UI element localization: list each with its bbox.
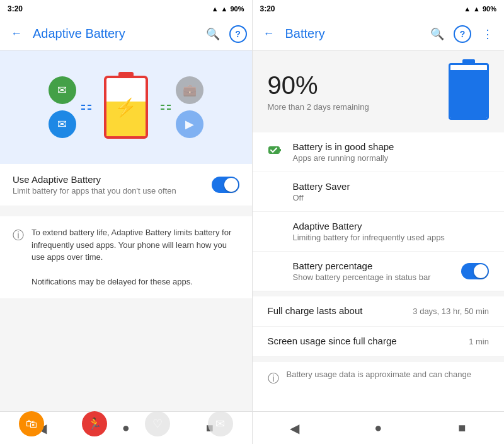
battery-saver-text: Battery Saver Off [268,181,490,202]
status-bar-left: 3:20 ▲ ▲ 90% [0,0,252,18]
svg-rect-1 [279,149,281,151]
dashed-line-top-right [161,105,171,106]
wifi-icon-right: ▲ [473,5,480,13]
battery-shape-title: Battery is in good shape [293,141,490,152]
dashed-line-top-left [81,105,91,106]
battery-percentage-display: 90% [268,71,369,100]
info-text: To extend battery life, Adaptive Battery… [32,226,239,288]
battery-percentage-toggle[interactable] [461,263,489,279]
page-title-left: Adaptive Battery [33,26,197,41]
info-icon-right: ⓘ [268,371,279,386]
status-icons-right: ▲ ▲ 90% [464,5,496,13]
toggle-knob [224,178,238,192]
adaptive-battery-item[interactable]: Adaptive Battery Limiting battery for in… [253,212,505,252]
info-text-1: To extend battery life, Adaptive Battery… [32,228,231,262]
battery-percentage-title: Battery percentage [293,260,452,271]
app-circle-briefcase: 💼 [176,76,203,104]
left-panel: 3:20 ▲ ▲ 90% ← Adaptive Battery 🔍 ? ✉ ✉ [0,0,252,444]
more-button-right[interactable]: ⋮ [476,23,499,45]
battery-graphic-icon [449,63,489,120]
battery-percentage-item: Battery percentage Show battery percenta… [253,252,505,291]
app-circle-video: ▶ [176,110,203,138]
time-right: 3:20 [260,4,275,13]
left-app-icons: ✉ ✉ [49,76,76,138]
battery-icon-left: 90% [230,5,244,13]
adaptive-battery-toggle-item: Use Adaptive Battery Limit battery for a… [0,164,252,206]
home-nav-right[interactable]: ● [364,414,392,442]
wifi-icon-left: ▲ [221,5,228,13]
battery-summary: 90% More than 2 days remaining [253,50,505,132]
battery-remaining-text: More than 2 days remaining [268,102,369,112]
dashed-line-bottom-left [81,108,91,110]
signal-icon-right: ▲ [464,5,471,13]
screen-usage-label: Screen usage since full charge [268,336,459,346]
screen-usage-text: Screen usage since full charge [268,336,459,348]
time-left: 3:20 [8,4,23,13]
battery-fill [450,70,487,118]
help-button-right[interactable]: ? [454,25,471,43]
search-button-left[interactable]: 🔍 [202,23,224,45]
full-charge-text: Full charge lasts about [268,305,403,317]
app-bar-left: ← Adaptive Battery 🔍 ? [0,18,252,50]
info-text-2: Notifications may be delayed for these a… [32,277,193,286]
app-bar-right: ← Battery 🔍 ? ⋮ [253,18,505,50]
battery-illustration: ✉ ✉ ⚡ 💼 ▶ [49,76,203,139]
battery-check-icon [268,144,283,160]
divider-1 [0,206,252,211]
illustration-area: ✉ ✉ ⚡ 💼 ▶ [0,50,252,164]
info-icon: ⓘ [13,228,24,288]
right-app-icons: 💼 ▶ [176,76,203,138]
full-charge-item: Full charge lasts about 3 days, 13 hr, 5… [253,296,505,327]
connector-left [81,105,91,110]
battery-saver-item[interactable]: Battery Saver Off [253,172,505,212]
screen-usage-item: Screen usage since full charge 1 min [253,327,505,357]
signal-icon-left: ▲ [212,5,219,13]
adaptive-battery-right-title: Adaptive Battery [293,221,490,231]
battery-percentage-text: Battery percentage Show battery percenta… [268,260,452,282]
back-nav-right[interactable]: ◀ [280,414,308,442]
nav-bar-right: ◀ ● ■ [253,411,505,444]
battery-percentage-toggle-knob [474,264,488,278]
app-circle-mail: ✉ [49,110,76,138]
adaptive-battery-subtitle: Limit battery for apps that you don't us… [13,186,212,196]
battery-icon-right: 90% [483,5,496,13]
help-button-left[interactable]: ? [229,25,247,43]
right-content: 90% More than 2 days remaining Battery i… [253,50,505,411]
battery-saver-subtitle: Off [293,193,490,202]
adaptive-battery-right-text: Adaptive Battery Limiting battery for in… [268,221,490,242]
info-box: ⓘ To extend battery life, Adaptive Batte… [0,216,252,298]
info-note-text: Battery usage data is approximate and ca… [287,370,471,379]
battery-saver-title: Battery Saver [293,181,490,192]
search-button-right[interactable]: 🔍 [426,23,449,45]
right-panel: 3:20 ▲ ▲ 90% ← Battery 🔍 ? ⋮ 90% More th… [253,0,505,444]
battery-percentage-subtitle: Show battery percentage in status bar [293,272,452,282]
dashed-line-bottom-right [161,108,171,110]
back-button-right[interactable]: ← [258,23,280,45]
adaptive-battery-right-subtitle: Limiting battery for infrequently used a… [293,233,490,242]
battery-shape-subtitle: Apps are running normally [293,153,490,163]
battery-shape-text: Battery is in good shape Apps are runnin… [293,141,490,163]
full-charge-label: Full charge lasts about [268,305,403,316]
page-title-right: Battery [285,26,421,41]
battery-shape-item[interactable]: Battery is in good shape Apps are runnin… [253,132,505,172]
app-circle-email: ✉ [49,76,76,104]
info-row-right: ⓘ Battery usage data is approximate and … [253,362,505,394]
divider-right-1 [253,291,505,296]
divider-right-2 [253,357,505,362]
status-icons-left: ▲ ▲ 90% [212,5,244,13]
connector-right [161,105,171,110]
adaptive-battery-title: Use Adaptive Battery [13,174,212,185]
battery-summary-text: 90% More than 2 days remaining [268,71,369,112]
battery-center-icon: ⚡ [104,76,148,139]
recent-nav-right[interactable]: ■ [448,414,476,442]
adaptive-battery-text: Use Adaptive Battery Limit battery for a… [13,174,212,196]
full-charge-value: 3 days, 13 hr, 50 min [413,307,489,316]
screen-usage-value: 1 min [469,337,489,346]
adaptive-battery-toggle[interactable] [212,177,239,193]
status-bar-right: 3:20 ▲ ▲ 90% [253,0,505,18]
bolt-icon: ⚡ [115,97,137,118]
left-content: ✉ ✉ ⚡ 💼 ▶ [0,50,252,411]
back-button-left[interactable]: ← [5,23,28,45]
